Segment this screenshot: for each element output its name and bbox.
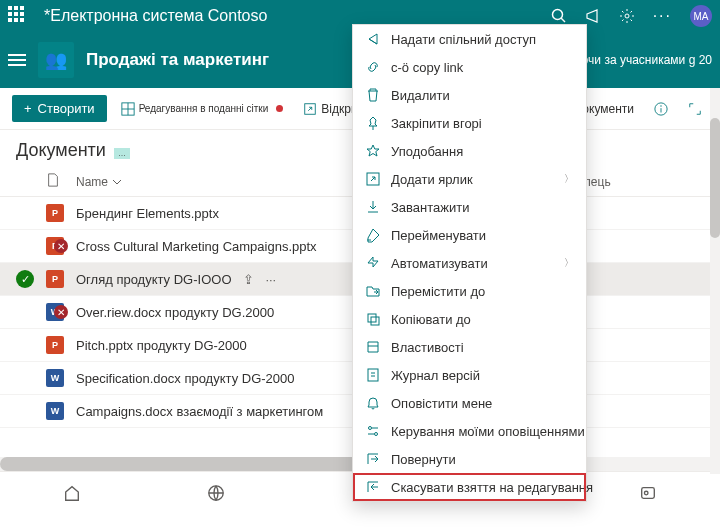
edit-grid-label: Редагування в поданні сітки	[139, 103, 269, 114]
suite-title: *Електронна система Contoso	[44, 7, 551, 25]
file-name: Огляд продукту DG-IOOO ⇪ ···	[76, 272, 376, 287]
menu-item-label: Додати ярлик	[391, 172, 473, 187]
grid-icon	[121, 102, 135, 116]
expand-icon	[688, 102, 702, 116]
info-icon	[654, 102, 668, 116]
svg-point-20	[644, 491, 648, 495]
menu-item-label: Керування моїми оповіщеннями	[391, 424, 585, 439]
status-dot-icon	[276, 105, 283, 112]
manage-icon	[365, 423, 381, 439]
home-icon[interactable]	[63, 484, 81, 502]
file-name: Брендинг Elements.pptx	[76, 206, 376, 221]
menu-item-star[interactable]: Уподобання	[353, 137, 586, 165]
menu-item-label: c-ö copy link	[391, 60, 463, 75]
row-more-icon[interactable]: ···	[265, 272, 276, 287]
menu-item-checkin[interactable]: Повернути	[353, 445, 586, 473]
open-icon	[303, 102, 317, 116]
row-selected-icon: ✓	[16, 270, 34, 288]
search-icon[interactable]	[551, 8, 567, 24]
new-button-label: Створити	[38, 101, 95, 116]
file-name: Over.riew.docx продукту DG.2000	[76, 305, 376, 320]
svg-point-2	[625, 14, 629, 18]
menu-item-props[interactable]: Властивості	[353, 333, 586, 361]
pptx-icon: P	[46, 336, 64, 354]
menu-item-label: Журнал версій	[391, 368, 480, 383]
share-row-icon[interactable]: ⇪	[243, 272, 254, 287]
menu-item-delete[interactable]: Видалити	[353, 81, 586, 109]
edit-grid-button[interactable]: Редагування в поданні сітки	[115, 98, 290, 120]
svg-point-11	[660, 105, 661, 106]
new-button[interactable]: + Створити	[12, 95, 107, 122]
menu-item-label: Уподобання	[391, 144, 463, 159]
file-name: Cross Cultural Marketing Campaigns.pptx	[76, 239, 376, 254]
menu-item-share[interactable]: Надати спільний доступ	[353, 25, 586, 53]
contact-icon[interactable]	[639, 484, 657, 502]
pptx-icon: P	[46, 270, 64, 288]
plus-icon: +	[24, 101, 32, 116]
menu-item-label: Надати спільний доступ	[391, 32, 536, 47]
menu-item-label: Копіювати до	[391, 312, 471, 327]
menu-item-automate[interactable]: Автоматизувати〉	[353, 249, 586, 277]
menu-item-shortcut[interactable]: Додати ярлик〉	[353, 165, 586, 193]
discard-icon	[365, 479, 381, 495]
chevron-right-icon: 〉	[564, 256, 574, 270]
menu-item-label: Завантажити	[391, 200, 469, 215]
vertical-scrollbar[interactable]	[710, 88, 720, 474]
info-button[interactable]	[648, 98, 674, 120]
menu-item-rename[interactable]: Перейменувати	[353, 221, 586, 249]
menu-item-label: Автоматизувати	[391, 256, 488, 271]
docx-icon: W	[46, 369, 64, 387]
context-menu: Надати спільний доступc-ö copy linkВидал…	[352, 24, 587, 502]
pptx-icon: P	[46, 204, 64, 222]
column-name[interactable]: Name	[76, 175, 376, 189]
menu-item-label: Скасувати взяття на редагування	[391, 480, 593, 495]
more-icon[interactable]: ···	[653, 7, 672, 25]
copy-icon	[365, 311, 381, 327]
menu-item-label: Перемістити до	[391, 284, 485, 299]
history-icon	[365, 367, 381, 383]
props-icon	[365, 339, 381, 355]
hamburger-icon[interactable]	[8, 51, 26, 69]
shortcut-icon	[365, 171, 381, 187]
menu-item-pin[interactable]: Закріпити вгорі	[353, 109, 586, 137]
megaphone-icon[interactable]	[585, 8, 601, 24]
menu-item-label: Оповістити мене	[391, 396, 492, 411]
svg-point-26	[375, 433, 378, 436]
svg-line-1	[561, 18, 565, 22]
menu-item-label: Властивості	[391, 340, 464, 355]
settings-icon[interactable]	[619, 8, 635, 24]
menu-item-alert[interactable]: Оповістити мене	[353, 389, 586, 417]
error-badge-icon: ✕	[54, 239, 68, 253]
file-name: Pitch.pptx продукту DG-2000	[76, 338, 376, 353]
menu-item-label: Перейменувати	[391, 228, 486, 243]
chevron-down-icon	[112, 177, 122, 187]
file-type-icon[interactable]	[46, 173, 60, 187]
menu-item-manage[interactable]: Керування моїми оповіщеннями	[353, 417, 586, 445]
menu-item-move[interactable]: Перемістити до	[353, 277, 586, 305]
avatar[interactable]: MA	[690, 5, 712, 27]
menu-item-label: Видалити	[391, 88, 450, 103]
app-launcher-icon[interactable]	[8, 6, 28, 26]
error-badge-icon: ✕	[54, 305, 68, 319]
svg-rect-22	[368, 314, 376, 322]
docx-icon: W	[46, 402, 64, 420]
menu-item-link[interactable]: c-ö copy link	[353, 53, 586, 81]
column-name-label: Name	[76, 175, 108, 189]
star-icon	[365, 143, 381, 159]
menu-item-download[interactable]: Завантажити	[353, 193, 586, 221]
globe-icon[interactable]	[207, 484, 225, 502]
file-name: Specification.docx продукту DG-2000	[76, 371, 376, 386]
menu-item-history[interactable]: Журнал версій	[353, 361, 586, 389]
library-badge: …	[114, 148, 130, 159]
site-logo[interactable]: 👥	[38, 42, 74, 78]
menu-item-discard[interactable]: Скасувати взяття на редагування	[353, 473, 586, 501]
rename-icon	[365, 227, 381, 243]
delete-icon	[365, 87, 381, 103]
menu-item-copy[interactable]: Копіювати до	[353, 305, 586, 333]
alert-icon	[365, 395, 381, 411]
expand-button[interactable]	[682, 98, 708, 120]
pin-icon	[365, 115, 381, 131]
svg-rect-23	[371, 317, 379, 325]
link-icon	[365, 59, 381, 75]
chevron-right-icon: 〉	[564, 172, 574, 186]
